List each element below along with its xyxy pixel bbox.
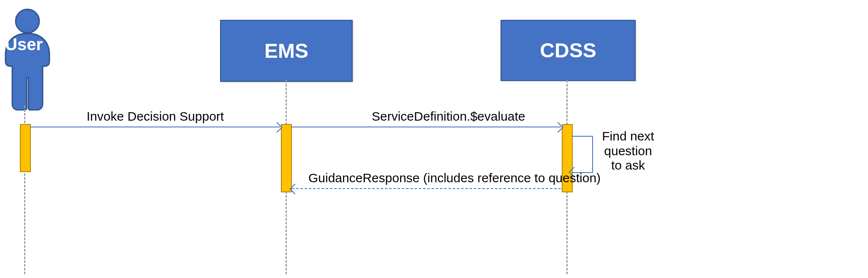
- message-invoke-label: Invoke Decision Support: [87, 109, 224, 124]
- participant-cdss-label: CDSS: [540, 39, 596, 62]
- activation-user: [20, 124, 31, 172]
- message-response-label: GuidanceResponse (includes reference to …: [308, 171, 601, 185]
- user-icon: [2, 7, 53, 111]
- participant-cdss: CDSS: [501, 20, 636, 81]
- selfcall-label-line1: Find next: [602, 129, 654, 143]
- message-evaluate-line: [291, 127, 561, 127]
- participant-ems: EMS: [220, 20, 353, 82]
- message-response-line: [292, 188, 561, 189]
- sequence-diagram: User EMS CDSS Invoke Decision Support Se…: [0, 0, 868, 278]
- svg-point-0: [16, 9, 39, 33]
- activation-ems: [281, 124, 292, 192]
- message-invoke-line: [30, 127, 280, 127]
- message-selfcall-label: Find next question to ask: [596, 129, 660, 173]
- participant-ems-label: EMS: [264, 39, 308, 62]
- message-evaluate-label: ServiceDefinition.$evaluate: [372, 109, 525, 124]
- selfcall-label-line3: to ask: [611, 158, 645, 172]
- selfcall-label-line2: question: [604, 144, 652, 158]
- participant-user: [2, 7, 53, 111]
- message-selfcall-loop: [572, 136, 593, 173]
